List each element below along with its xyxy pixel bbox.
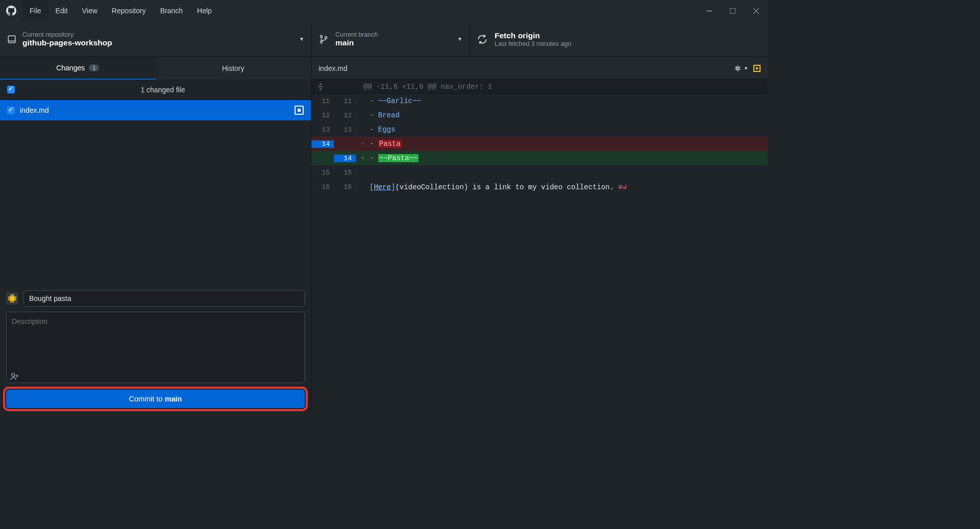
diff-line: 14+- ~~Pasta~~ xyxy=(311,151,768,165)
svg-point-13 xyxy=(320,86,321,87)
repo-label: Current repository xyxy=(22,31,112,38)
diff-body: @@ -11,6 +11,6 @@ nav_order: 1 1111- ~~G… xyxy=(311,80,768,194)
sync-icon xyxy=(477,34,487,44)
modified-icon xyxy=(295,106,304,115)
svg-point-7 xyxy=(320,41,322,43)
diff-line: 1212- Bread xyxy=(311,108,768,122)
files-header: 1 changed file xyxy=(0,80,311,100)
svg-point-9 xyxy=(12,373,15,376)
branch-name: main xyxy=(335,38,378,47)
menu-repository[interactable]: Repository xyxy=(105,0,153,21)
add-coauthor-icon[interactable] xyxy=(10,372,19,381)
minimize-button[interactable] xyxy=(697,0,721,21)
commit-button-branch: main xyxy=(165,395,182,403)
repo-icon xyxy=(7,34,16,44)
commit-button-prefix: Commit to xyxy=(129,395,165,403)
changes-count-badge: 1 xyxy=(89,64,99,71)
changed-file-row[interactable]: index.md xyxy=(0,100,311,120)
expand-icon[interactable] xyxy=(311,83,334,90)
window-controls xyxy=(697,0,768,21)
branch-label: Current branch xyxy=(335,31,378,38)
commit-summary-input[interactable] xyxy=(23,290,305,307)
commit-form: Commit to main xyxy=(0,285,311,414)
changes-panel: Changes 1 History 1 changed file index.m… xyxy=(0,57,311,414)
repo-name: github-pages-workshop xyxy=(22,38,112,47)
menu-branch[interactable]: Branch xyxy=(153,0,190,21)
diff-line: 1111- ~~Garlic~~ xyxy=(311,94,768,108)
file-name: index.md xyxy=(20,106,49,114)
diff-line: 14-- Pasta xyxy=(311,137,768,151)
tab-changes-label: Changes xyxy=(56,64,85,72)
close-button[interactable] xyxy=(744,0,768,21)
current-branch-dropdown[interactable]: Current branch main ▼ xyxy=(311,21,470,57)
fetch-origin-button[interactable]: Fetch origin Last fetched 3 minutes ago xyxy=(470,21,768,57)
github-logo-icon xyxy=(0,6,22,16)
svg-point-14 xyxy=(322,86,322,87)
svg-rect-1 xyxy=(730,8,736,14)
title-bar: File Edit View Repository Branch Help xyxy=(0,0,768,21)
fetch-sub: Last fetched 3 minutes ago xyxy=(495,40,571,47)
menu-help[interactable]: Help xyxy=(190,0,219,21)
maximize-button[interactable] xyxy=(721,0,744,21)
menu-file[interactable]: File xyxy=(22,0,48,21)
chevron-down-icon: ▼ xyxy=(457,36,462,42)
svg-point-12 xyxy=(318,86,319,87)
commit-button[interactable]: Commit to main xyxy=(6,390,305,408)
menu-edit[interactable]: Edit xyxy=(48,0,75,21)
diff-settings-button[interactable]: ▼ xyxy=(733,64,748,72)
svg-point-8 xyxy=(325,36,327,38)
hunk-text: @@ -11,6 +11,6 @@ nav_order: 1 xyxy=(356,83,492,91)
svg-rect-0 xyxy=(706,11,712,11)
tab-history[interactable]: History xyxy=(156,57,311,80)
commit-description-input[interactable] xyxy=(6,312,305,383)
toolbar: Current repository github-pages-workshop… xyxy=(0,21,768,57)
svg-rect-4 xyxy=(8,36,15,43)
tab-changes[interactable]: Changes 1 xyxy=(0,57,156,80)
branch-icon xyxy=(319,34,328,44)
changed-files-count: 1 changed file xyxy=(22,86,304,94)
svg-point-6 xyxy=(320,35,322,37)
diff-highlight-icon[interactable] xyxy=(753,65,761,72)
diff-panel: index.md ▼ @@ -11,6 +11,6 @@ nav_order: … xyxy=(311,57,768,414)
diff-line: 1616[Here](videoCollection) is a link to… xyxy=(311,180,768,194)
diff-line: 1515 xyxy=(311,165,768,180)
menu-view[interactable]: View xyxy=(75,0,105,21)
diff-line: 1313- Eggs xyxy=(311,122,768,137)
current-repository-dropdown[interactable]: Current repository github-pages-workshop… xyxy=(0,21,311,57)
fetch-label: Fetch origin xyxy=(495,31,571,40)
chevron-down-icon: ▼ xyxy=(299,36,304,42)
diff-filename: index.md xyxy=(318,64,348,72)
diff-hunk-header: @@ -11,6 +11,6 @@ nav_order: 1 xyxy=(311,80,768,94)
file-checkbox[interactable] xyxy=(7,107,15,114)
user-avatar xyxy=(6,292,18,305)
select-all-checkbox[interactable] xyxy=(7,86,15,93)
